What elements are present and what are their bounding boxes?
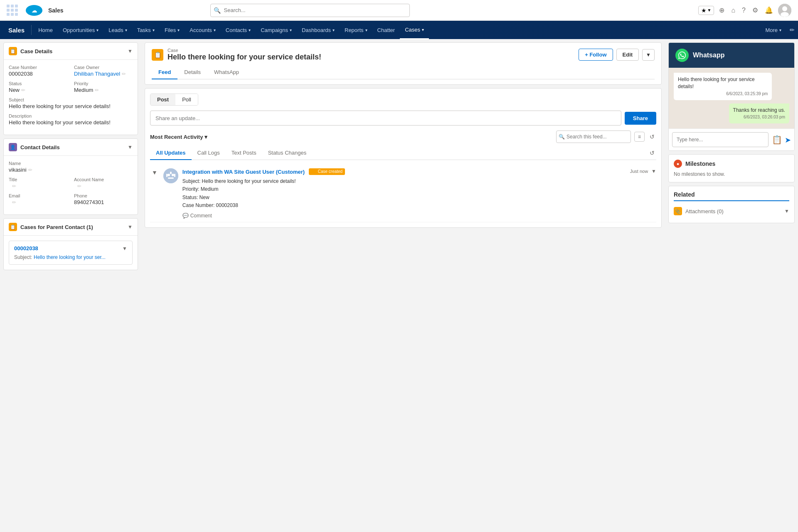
nav-accounts[interactable]: Accounts ▾ [185, 21, 220, 39]
nav-reports-label: Reports [345, 27, 364, 33]
wa-send-button[interactable]: 📋 ➤ [772, 135, 791, 145]
update-tab-statuschanges[interactable]: Status Changes [262, 146, 313, 160]
update-refresh-button[interactable]: ↺ [648, 148, 656, 158]
home-icon-button[interactable]: ⌂ [729, 5, 737, 16]
nav-chatter-label: Chatter [377, 27, 395, 33]
notifications-icon-button[interactable]: 🔔 [763, 5, 775, 16]
whatsapp-icon [675, 49, 689, 62]
navbar-more: More ▾ ✏ [760, 21, 795, 39]
nav-tasks-label: Tasks [137, 27, 151, 33]
phone-field: Phone 8940274301 [74, 193, 133, 205]
search-input[interactable] [210, 4, 410, 17]
nav-home-label: Home [38, 27, 53, 33]
case-parent-subject-link[interactable]: Hello there looking for your ser... [34, 254, 106, 260]
tab-details[interactable]: Details [177, 66, 207, 79]
add-icon-button[interactable]: ⊕ [717, 5, 726, 16]
update-tab-calllogs[interactable]: Call Logs [192, 146, 226, 160]
contact-details-icon: 👤 [9, 143, 17, 151]
contact-details-menu-button[interactable]: ▼ [128, 144, 133, 150]
nav-campaigns[interactable]: Campaigns ▾ [256, 21, 297, 39]
account-name-edit-icon[interactable]: ✏ [77, 183, 81, 189]
nav-reports[interactable]: Reports ▾ [340, 21, 372, 39]
topbar-actions: ★ ▼ ⊕ ⌂ ? ⚙ 🔔 [698, 4, 791, 17]
nav-home[interactable]: Home [33, 21, 58, 39]
activity-filter[interactable]: Most Recent Activity ▾ [150, 134, 207, 140]
case-header-icon: 📋 [152, 49, 163, 61]
nav-edit-button[interactable]: ✏ [790, 27, 795, 33]
email-edit-icon[interactable]: ✏ [12, 200, 16, 205]
help-icon-button[interactable]: ? [740, 5, 747, 16]
nav-dashboards[interactable]: Dashboards ▾ [297, 21, 340, 39]
app-name-label: Sales [48, 7, 64, 14]
contact-title-edit-icon[interactable]: ✏ [12, 183, 16, 189]
activity-collapse-button[interactable]: ▼ [150, 169, 159, 176]
edit-button[interactable]: Edit [616, 49, 639, 61]
favorites-button[interactable]: ★ ▼ [698, 6, 714, 15]
case-parent-number-link[interactable]: 00002038 [14, 245, 38, 251]
nav-more-label: More [765, 27, 778, 33]
nav-chatter[interactable]: Chatter [372, 21, 400, 39]
account-name-value [74, 183, 76, 189]
nav-campaigns-label: Campaigns [261, 27, 288, 33]
feed-search-input[interactable] [556, 131, 631, 143]
follow-button[interactable]: + Follow [579, 49, 613, 61]
description-value: Hello there looking for your service det… [9, 119, 133, 126]
subject-value: Hello there looking for your service det… [9, 103, 133, 109]
nav-tasks[interactable]: Tasks ▾ [132, 21, 160, 39]
activity-content: Integration with WA Site Guest User (Cus… [182, 168, 656, 219]
nav-opportunities[interactable]: Opportunities ▾ [58, 21, 103, 39]
post-tab-poll[interactable]: Poll [175, 94, 198, 105]
tab-feed[interactable]: Feed [152, 66, 177, 79]
activity-user-link[interactable]: Integration with WA Site Guest User (Cus… [182, 169, 305, 175]
contact-name-edit-icon[interactable]: ✏ [28, 167, 32, 173]
user-avatar[interactable] [778, 4, 791, 17]
share-input[interactable] [150, 111, 621, 126]
update-tab-all-label: All Updates [156, 150, 186, 156]
nav-cases[interactable]: Cases ▾ [400, 21, 429, 39]
contact-details-card: 👤 Contact Details ▼ Name vikasini ✏ Titl… [3, 138, 138, 215]
settings-icon-button[interactable]: ⚙ [751, 5, 760, 16]
status-edit-icon[interactable]: ✏ [21, 87, 25, 93]
priority-value: Medium [74, 87, 93, 93]
nav-files[interactable]: Files ▾ [160, 21, 185, 39]
cases-parent-header: 📋 Cases for Parent Contact (1) ▼ [4, 219, 138, 236]
nav-contacts[interactable]: Contacts ▾ [221, 21, 256, 39]
case-parent-item-header: 00002038 ▼ [14, 245, 127, 251]
nav-leads[interactable]: Leads ▾ [103, 21, 132, 39]
case-details-title: Case Details [20, 48, 124, 54]
wa-message-input[interactable] [672, 132, 768, 147]
update-tab-textposts[interactable]: Text Posts [226, 146, 262, 160]
case-owner-edit-icon[interactable]: ✏ [122, 71, 126, 77]
search-wrap: 🔍 [556, 131, 631, 143]
priority-edit-icon[interactable]: ✏ [95, 87, 99, 93]
update-tab-all[interactable]: All Updates [150, 146, 192, 160]
comment-button[interactable]: 💬 Comment [182, 213, 212, 219]
description-field: Description Hello there looking for your… [9, 113, 133, 126]
cases-parent-menu-button[interactable]: ▼ [128, 224, 133, 230]
case-number-value: 00002038 [9, 71, 67, 77]
refresh-feed-button[interactable]: ↺ [648, 132, 656, 142]
case-details-menu-button[interactable]: ▼ [128, 48, 133, 54]
nav-opportunities-label: Opportunities [63, 27, 95, 33]
post-tab-post[interactable]: Post [150, 94, 175, 105]
nav-files-label: Files [165, 27, 176, 33]
filter-icon-button[interactable]: ≡ [634, 132, 645, 142]
activity-title: Integration with WA Site Guest User (Cus… [182, 168, 345, 176]
related-item-menu-button[interactable]: ▼ [784, 208, 789, 214]
case-number-field: Case Number 00002038 [9, 65, 67, 77]
tab-whatsapp[interactable]: WhatsApp [207, 66, 246, 79]
nav-more[interactable]: More ▾ [760, 21, 786, 39]
case-title: Hello there looking for your service det… [167, 53, 321, 62]
phone-value: 8940274301 [74, 199, 104, 205]
case-owner-field: Case Owner Dhiliban Thangavel ✏ [74, 65, 133, 77]
milestones-empty: No milestones to show. [674, 171, 789, 177]
case-parent-menu-button[interactable]: ▼ [122, 246, 127, 251]
activity-case-number: Case Number: 00002038 [182, 202, 656, 209]
more-actions-button[interactable]: ▼ [642, 49, 655, 61]
share-button[interactable]: Share [625, 112, 656, 125]
cases-parent-body: 00002038 ▼ Subject: Hello there looking … [4, 236, 138, 270]
apps-icon[interactable] [7, 5, 18, 16]
activity-menu-button[interactable]: ▼ [651, 168, 656, 174]
related-item-icon: 📎 [674, 207, 682, 215]
case-parent-subject-row: Subject: Hello there looking for your se… [14, 254, 127, 260]
